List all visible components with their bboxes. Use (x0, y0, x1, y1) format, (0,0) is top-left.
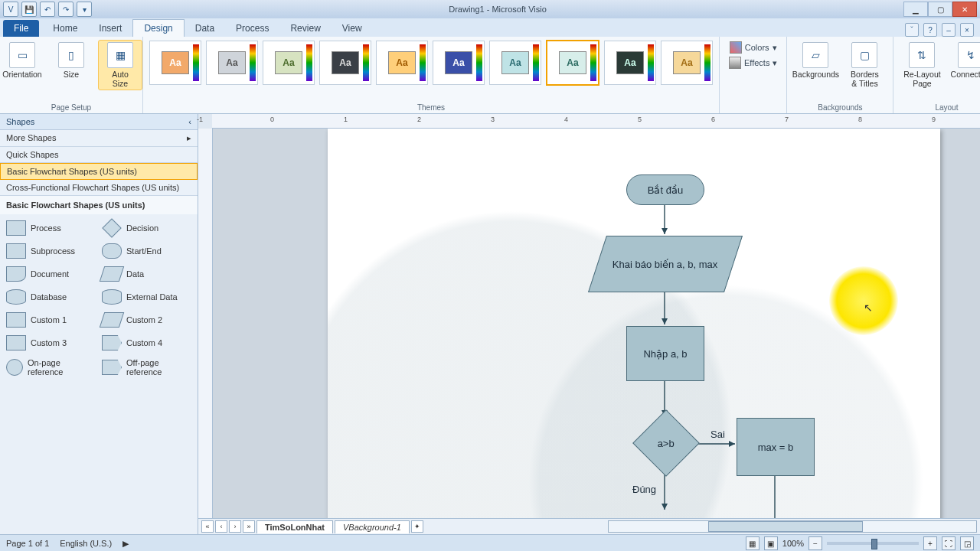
macro-record-icon[interactable]: ▶ (122, 539, 129, 549)
drawing-area: -1012345678910 Bắt đầuKhai báo biến a, b… (198, 114, 980, 534)
tab-design[interactable]: Design (132, 19, 184, 37)
qat-customize[interactable]: ▾ (77, 2, 92, 17)
shape-external-data[interactable]: External Data (100, 288, 193, 306)
zoom-slider[interactable] (827, 542, 919, 545)
doc-window-close[interactable]: × (960, 23, 974, 37)
flow-node-decision[interactable]: a>b (632, 409, 700, 477)
shape-label: Start/End (126, 246, 162, 256)
zoom-out-button[interactable]: − (808, 536, 822, 550)
shape-on-page-reference[interactable]: On-page reference (5, 357, 97, 378)
shape-off-page-reference[interactable]: Off-page reference (100, 357, 193, 378)
tab-insert[interactable]: Insert (88, 20, 132, 37)
pan-zoom-button[interactable]: ◲ (960, 536, 974, 550)
zoom-slider-thumb[interactable] (871, 539, 877, 549)
flow-node-start[interactable]: Bắt đầu (626, 174, 704, 205)
shape-label: Data (126, 269, 144, 279)
qat-save-button[interactable]: 💾 (21, 2, 37, 17)
window-maximize-button[interactable]: ▢ (928, 2, 952, 17)
size-button[interactable]: ▯ Size (49, 40, 93, 81)
shape-icon (6, 359, 23, 376)
stencil-basic-flowchart[interactable]: Basic Flowchart Shapes (US units) (0, 163, 198, 180)
flow-node-maxb[interactable]: max = b (737, 418, 815, 476)
help-icon[interactable]: ? (923, 23, 937, 37)
flow-node-input[interactable]: Nhập a, b (626, 326, 704, 381)
canvas[interactable]: Bắt đầuKhai báo biến a, b, maxNhập a, ba… (213, 129, 980, 518)
theme-swatch-4[interactable]: Aa (376, 41, 428, 85)
shapes-pane-collapse-icon[interactable]: ‹ (188, 117, 191, 126)
theme-swatch-6[interactable]: Aa (489, 41, 541, 85)
shape-icon (6, 289, 26, 305)
theme-swatch-3[interactable]: Aa (319, 41, 371, 85)
shape-label: Custom 2 (126, 315, 162, 324)
theme-swatch-0[interactable]: Aa (149, 41, 201, 85)
new-page-button[interactable]: ✦ (411, 520, 423, 533)
shape-icon (6, 312, 26, 328)
stencil-cross-functional[interactable]: Cross-Functional Flowchart Shapes (US un… (0, 180, 198, 196)
backgrounds-button[interactable]: ▱ Backgrounds (793, 40, 838, 81)
theme-swatch-2[interactable]: Aa (263, 41, 315, 85)
theme-swatch-7[interactable]: Aa (546, 40, 599, 86)
shape-decision[interactable]: Decision (100, 219, 193, 237)
page-tab-active[interactable]: TimSoLonNhat (256, 520, 333, 533)
shape-database[interactable]: Database (5, 288, 97, 306)
fit-to-window-button[interactable]: ⛶ (942, 536, 956, 550)
group-layout: ⇅ Re-Layout Page ↯ Connectors Layout (893, 37, 980, 113)
shape-custom-4[interactable]: Custom 4 (100, 334, 193, 352)
zoom-in-button[interactable]: + (923, 536, 937, 550)
qat-redo-button[interactable]: ↷ (58, 2, 74, 17)
stencil-header: Basic Flowchart Shapes (US units) (0, 196, 198, 214)
tab-nav-last[interactable]: » (243, 520, 255, 533)
doc-window-minimize[interactable]: – (942, 23, 956, 37)
shape-subprocess[interactable]: Subprocess (5, 242, 97, 260)
auto-size-button[interactable]: ▦ Auto Size (98, 40, 142, 90)
tab-file[interactable]: File (3, 20, 39, 37)
zoom-level[interactable]: 100% (782, 539, 804, 548)
tab-review[interactable]: Review (279, 20, 331, 37)
borders-titles-button[interactable]: ▢ Borders & Titles (842, 40, 887, 90)
flow-node-declare[interactable]: Khai báo biến a, b, max (588, 236, 743, 292)
theme-swatch-9[interactable]: Aa (661, 41, 713, 85)
quick-shapes-section[interactable]: Quick Shapes (0, 147, 198, 163)
theme-swatch-5[interactable]: Aa (433, 41, 485, 85)
theme-swatch-8[interactable]: Aa (604, 41, 656, 85)
group-title-backgrounds: Backgrounds (818, 103, 862, 112)
window-close-button[interactable]: ✕ (952, 2, 977, 17)
tab-view[interactable]: View (332, 20, 373, 37)
more-shapes-menu[interactable]: More Shapes▸ (0, 130, 198, 147)
page-tab-background[interactable]: VBackground-1 (335, 520, 410, 533)
group-title-layout: Layout (935, 103, 958, 112)
effects-dropdown[interactable]: Effects ▾ (726, 55, 780, 70)
tab-nav-prev[interactable]: ‹ (215, 520, 227, 533)
backgrounds-icon: ▱ (802, 42, 828, 68)
shape-custom-1[interactable]: Custom 1 (5, 311, 97, 329)
shape-custom-2[interactable]: Custom 2 (100, 311, 193, 329)
language-indicator[interactable]: English (U.S.) (60, 539, 112, 548)
shape-data[interactable]: Data (100, 265, 193, 283)
shape-process[interactable]: Process (5, 219, 97, 237)
tab-process[interactable]: Process (225, 20, 279, 37)
window-minimize-button[interactable]: ▁ (903, 2, 928, 17)
scrollbar-thumb[interactable] (708, 521, 863, 532)
orientation-button[interactable]: ▭ Orientation (0, 40, 44, 81)
tab-home[interactable]: Home (42, 20, 88, 37)
tab-nav-first[interactable]: « (201, 520, 214, 533)
shape-icon (102, 335, 122, 350)
horizontal-scrollbar[interactable] (608, 520, 977, 533)
shape-document[interactable]: Document (5, 265, 97, 283)
view-fullscreen-icon[interactable]: ▣ (764, 536, 778, 550)
ribbon-minimize-icon[interactable]: ˇ (905, 23, 919, 37)
tab-nav-next[interactable]: › (229, 520, 241, 533)
theme-swatch-1[interactable]: Aa (206, 41, 258, 85)
colors-dropdown[interactable]: Colors ▾ (727, 40, 780, 55)
view-normal-icon[interactable]: ▦ (746, 536, 760, 550)
shape-label: External Data (126, 292, 178, 302)
shape-start-end[interactable]: Start/End (100, 242, 193, 260)
shape-icon (6, 335, 26, 350)
shape-custom-3[interactable]: Custom 3 (5, 334, 97, 352)
app-icon[interactable]: V (3, 2, 18, 17)
shape-icon (100, 266, 124, 282)
relayout-button[interactable]: ⇅ Re-Layout Page (900, 40, 944, 90)
connectors-button[interactable]: ↯ Connectors (949, 40, 980, 81)
qat-undo-button[interactable]: ↶ (40, 2, 55, 17)
tab-data[interactable]: Data (185, 20, 225, 37)
